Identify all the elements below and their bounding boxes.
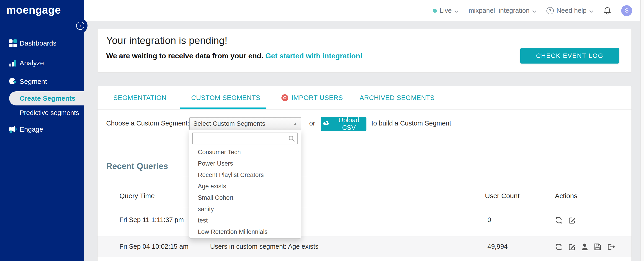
chevron-down-icon [454, 7, 458, 14]
engage-icon [8, 125, 18, 134]
segments-card: SEGMENTATION CUSTOM SEGMENTS IMPORT USER… [97, 86, 632, 261]
topbar: Live mixpanel_integration ? Need help S [84, 0, 644, 21]
sidebar-item-label: Predictive segments [20, 109, 79, 117]
tab-label: CUSTOM SEGMENTS [191, 94, 260, 102]
environment-dropdown[interactable]: Live [433, 7, 458, 14]
user-icon[interactable] [581, 243, 588, 251]
dashboards-icon [8, 38, 18, 48]
tab-custom-segments[interactable]: CUSTOM SEGMENTS [191, 86, 260, 109]
choose-segment-label: Choose a Custom Segment: [106, 120, 189, 127]
row-actions [555, 243, 616, 251]
row-actions [555, 216, 576, 224]
dropdown-option[interactable]: Consumer Tech [189, 146, 301, 158]
banner-subtitle: We are waiting to receive data from your… [106, 52, 362, 60]
select-value: Select Custom Segments [193, 120, 265, 127]
app-root: moengage Dashboards Analyze [0, 0, 644, 261]
project-dropdown[interactable]: mixpanel_integration [468, 7, 536, 14]
build-segment-label: to build a Custom Segment [372, 120, 451, 127]
column-header-query-time: Query Time [120, 192, 155, 200]
query-time-cell: Fri Sep 11 1:11:37 pm [120, 216, 184, 224]
dropdown-option[interactable]: Recent Playlist Creators [189, 169, 301, 181]
sidebar-item-engage[interactable]: Engage [0, 124, 84, 135]
custom-segment-select[interactable]: Select Custom Segments ▲ [189, 117, 301, 130]
tab-archived-segments[interactable]: ARCHIVED SEGMENTS [360, 86, 434, 109]
banner-subtitle-text: We are waiting to receive data from your… [106, 52, 263, 60]
dropdown-option[interactable]: Power Users [189, 158, 301, 169]
column-header-user-count: User Count [485, 192, 520, 200]
sidebar-item-segment[interactable]: Segment [0, 76, 84, 87]
user-avatar[interactable]: S [621, 5, 632, 16]
tabs-divider [98, 109, 632, 110]
refresh-icon[interactable] [555, 216, 563, 224]
tab-segmentation[interactable]: SEGMENTATION [113, 86, 166, 109]
sidebar-item-label: Analyze [20, 59, 44, 67]
sidebar-item-predictive-segments[interactable]: Predictive segments [0, 107, 84, 118]
project-name: mixpanel_integration [468, 7, 530, 14]
integration-pending-banner: Your integration is pending! We are wait… [97, 29, 632, 73]
dropdown-option[interactable]: Small Cohort [189, 192, 301, 203]
sidebar-collapse-button[interactable]: ‹ [76, 22, 84, 30]
query-time-cell: Fri Sep 04 10:02:15 am [120, 243, 188, 250]
edit-icon[interactable] [568, 243, 576, 251]
environment-label: Live [440, 7, 452, 14]
column-header-actions: Actions [555, 192, 577, 200]
cloud-upload-icon [322, 120, 330, 128]
user-count-cell: 0 [488, 216, 491, 224]
chevron-down-icon [532, 7, 536, 14]
live-status-dot [433, 9, 437, 13]
user-count-cell: 49,994 [488, 243, 508, 250]
analyze-icon [8, 58, 18, 68]
sidebar-item-label: Engage [20, 125, 43, 133]
dropdown-search-box [192, 133, 298, 144]
dropdown-option[interactable]: sanity [189, 203, 301, 215]
sidebar-item-label: Dashboards [20, 39, 56, 47]
dropdown-option[interactable]: test [189, 215, 301, 226]
refresh-icon[interactable] [555, 243, 563, 251]
upload-csv-label: Upload CSV [333, 116, 365, 131]
sidebar: moengage Dashboards Analyze [0, 0, 84, 261]
save-icon[interactable] [594, 243, 602, 251]
sidebar-item-label: Segment [20, 78, 47, 85]
check-event-log-button[interactable]: CHECK EVENT LOG [520, 48, 619, 63]
dropdown-option[interactable]: Low Retention Millennials [189, 226, 301, 238]
notifications-bell-icon[interactable] [604, 6, 611, 15]
table-row: Fri Sep 04 10:02:15 am Users in custom s… [98, 236, 632, 257]
moengage-logo[interactable]: moengage [6, 4, 61, 16]
custom-segments-dropdown: Consumer Tech Power Users Recent Playlis… [189, 130, 301, 239]
caret-up-icon: ▲ [293, 121, 297, 126]
import-users-record-icon [282, 94, 288, 101]
sidebar-item-dashboards[interactable]: Dashboards [0, 38, 84, 49]
query-cell: Users in custom segment: Age exists [210, 243, 318, 250]
segment-icon [8, 77, 18, 86]
tab-import-users[interactable]: IMPORT USERS [282, 86, 343, 109]
table-row: Fri Sep 11 1:11:37 pm 0 [98, 208, 632, 236]
search-icon [288, 135, 295, 143]
search-input[interactable] [194, 133, 286, 143]
banner-title: Your integration is pending! [106, 35, 228, 46]
sidebar-item-create-segments[interactable]: Create Segments [9, 91, 84, 105]
tab-label: SEGMENTATION [113, 94, 166, 102]
need-help-label: Need help [556, 7, 586, 14]
get-started-link[interactable]: Get started with integration! [265, 52, 362, 60]
section-divider [98, 177, 632, 177]
export-icon[interactable] [607, 243, 616, 251]
edit-icon[interactable] [568, 216, 576, 224]
dropdown-option[interactable]: Age exists [189, 181, 301, 192]
sidebar-item-label: Create Segments [20, 94, 76, 102]
tab-label: ARCHIVED SEGMENTS [360, 94, 434, 102]
recent-queries-heading: Recent Queries [106, 162, 168, 171]
upload-csv-button[interactable]: Upload CSV [321, 117, 366, 131]
page-scrollbar[interactable] [640, 0, 644, 261]
or-label: or [309, 120, 315, 127]
need-help-dropdown[interactable]: ? Need help [546, 7, 594, 14]
chevron-down-icon [589, 7, 594, 14]
help-icon: ? [546, 7, 554, 14]
tab-label: IMPORT USERS [292, 94, 343, 102]
sidebar-item-analyze[interactable]: Analyze [0, 58, 84, 68]
